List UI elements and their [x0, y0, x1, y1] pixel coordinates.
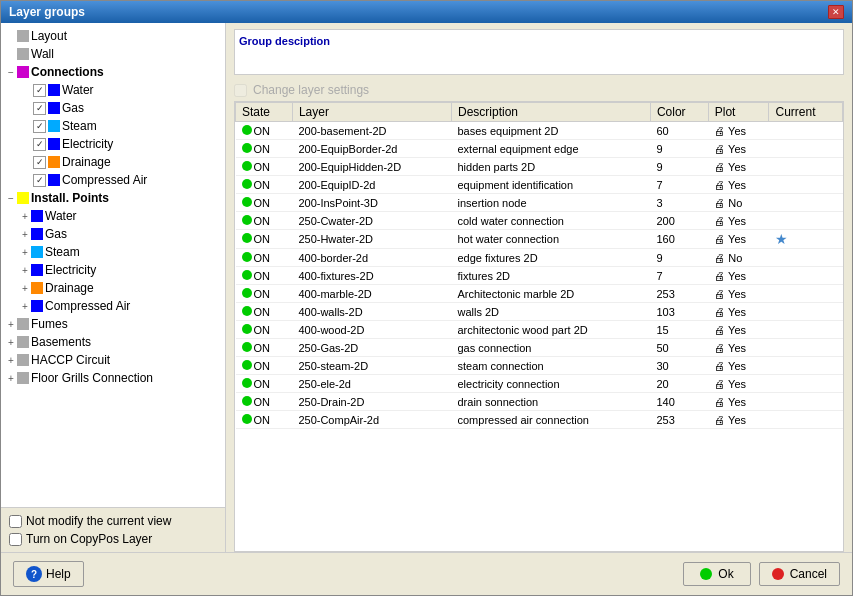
table-row[interactable]: ON400-border-2dedge fixtures 2D9🖨 No	[236, 249, 843, 267]
expand-icon-plus[interactable]: +	[5, 354, 17, 366]
cell-color: 9	[650, 158, 708, 176]
cancel-button[interactable]: Cancel	[759, 562, 840, 586]
table-row[interactable]: ON250-Drain-2Ddrain sonnection140🖨 Yes	[236, 393, 843, 411]
tree-item-compressed-air[interactable]: Compressed Air	[1, 171, 225, 189]
expand-icon-plus[interactable]: +	[19, 228, 31, 240]
cell-layer: 200-EquipHidden-2D	[292, 158, 451, 176]
expand-icon-plus[interactable]: +	[19, 246, 31, 258]
table-row[interactable]: ON400-marble-2DArchitectonic marble 2D25…	[236, 285, 843, 303]
help-button[interactable]: ? Help	[13, 561, 84, 587]
expand-icon-plus[interactable]: +	[19, 282, 31, 294]
layer-checkbox[interactable]	[33, 138, 46, 151]
right-panel: Group desciption Change layer settings S…	[226, 23, 852, 552]
table-row[interactable]: ON200-InsPoint-3Dinsertion node3🖨 No	[236, 194, 843, 212]
expand-icon-plus[interactable]: +	[19, 300, 31, 312]
tree-item-steam[interactable]: Steam	[1, 117, 225, 135]
tree-item-electricity[interactable]: Electricity	[1, 135, 225, 153]
col-color[interactable]: Color	[650, 103, 708, 122]
tree-item-install-points[interactable]: − Install. Points	[1, 189, 225, 207]
tree-item-wall[interactable]: Wall	[1, 45, 225, 63]
ok-button[interactable]: Ok	[683, 562, 750, 586]
table-row[interactable]: ON250-steam-2Dsteam connection30🖨 Yes	[236, 357, 843, 375]
plot-icon: 🖨	[714, 360, 725, 372]
table-row[interactable]: ON200-EquipBorder-2dexternal equipment e…	[236, 140, 843, 158]
tree-item-gas2[interactable]: + Gas	[1, 225, 225, 243]
tree-item-electricity2[interactable]: + Electricity	[1, 261, 225, 279]
plot-icon: 🖨	[714, 324, 725, 336]
cell-state: ON	[236, 411, 293, 429]
state-dot	[242, 288, 252, 298]
tree-item-gas[interactable]: Gas	[1, 99, 225, 117]
state-text: ON	[254, 125, 271, 137]
expand-icon-plus[interactable]: +	[5, 318, 17, 330]
tree-item-haccp[interactable]: + HACCP Circuit	[1, 351, 225, 369]
col-description[interactable]: Description	[451, 103, 650, 122]
cell-current	[769, 194, 843, 212]
tree-item-water[interactable]: Water	[1, 81, 225, 99]
expand-icon-plus[interactable]: +	[19, 264, 31, 276]
layer-color-icon	[31, 300, 43, 312]
cell-layer: 250-ele-2d	[292, 375, 451, 393]
layers-table-container[interactable]: State Layer Description Color Plot Curre…	[234, 101, 844, 552]
layer-checkbox[interactable]	[33, 102, 46, 115]
expand-icon-plus[interactable]: +	[5, 372, 17, 384]
state-text: ON	[254, 306, 271, 318]
table-row[interactable]: ON400-wood-2Darchitectonic wood part 2D1…	[236, 321, 843, 339]
expand-icon-plus[interactable]: +	[19, 210, 31, 222]
cell-current	[769, 122, 843, 140]
table-row[interactable]: ON250-Hwater-2Dhot water connection160🖨 …	[236, 230, 843, 249]
cell-current	[769, 285, 843, 303]
table-row[interactable]: ON200-basement-2Dbases equipment 2D60🖨 Y…	[236, 122, 843, 140]
cell-plot: 🖨 Yes	[708, 303, 769, 321]
table-row[interactable]: ON400-fixtures-2Dfixtures 2D7🖨 Yes	[236, 267, 843, 285]
col-plot[interactable]: Plot	[708, 103, 769, 122]
layer-checkbox[interactable]	[33, 156, 46, 169]
tree-area[interactable]: Layout Wall − Connections	[1, 23, 225, 508]
cell-description: insertion node	[451, 194, 650, 212]
cell-description: gas connection	[451, 339, 650, 357]
cell-plot: 🖨 Yes	[708, 393, 769, 411]
tree-item-fumes[interactable]: + Fumes	[1, 315, 225, 333]
tree-item-drainage[interactable]: Drainage	[1, 153, 225, 171]
layer-checkbox[interactable]	[33, 120, 46, 133]
table-row[interactable]: ON200-EquipID-2dequipment identification…	[236, 176, 843, 194]
table-row[interactable]: ON400-walls-2Dwalls 2D103🖨 Yes	[236, 303, 843, 321]
expand-icon-plus[interactable]: +	[5, 336, 17, 348]
table-row[interactable]: ON250-Gas-2Dgas connection50🖨 Yes	[236, 339, 843, 357]
cell-plot: 🖨 Yes	[708, 176, 769, 194]
table-row[interactable]: ON200-EquipHidden-2Dhidden parts 2D9🖨 Ye…	[236, 158, 843, 176]
collapse-icon[interactable]: −	[5, 192, 17, 204]
close-button[interactable]: ✕	[828, 5, 844, 19]
layer-checkbox[interactable]	[33, 174, 46, 187]
not-modify-check-row[interactable]: Not modify the current view	[9, 514, 217, 528]
cell-color: 9	[650, 249, 708, 267]
tree-item-layout[interactable]: Layout	[1, 27, 225, 45]
cell-color: 3	[650, 194, 708, 212]
table-row[interactable]: ON250-ele-2delectricity connection20🖨 Ye…	[236, 375, 843, 393]
tree-label: HACCP Circuit	[31, 353, 110, 367]
tree-item-water2[interactable]: + Water	[1, 207, 225, 225]
turn-on-checkbox[interactable]	[9, 533, 22, 546]
tree-item-compressed-air2[interactable]: + Compressed Air	[1, 297, 225, 315]
tree-item-drainage2[interactable]: + Drainage	[1, 279, 225, 297]
col-layer[interactable]: Layer	[292, 103, 451, 122]
tree-item-basements[interactable]: + Basements	[1, 333, 225, 351]
plot-icon: 🖨	[714, 342, 725, 354]
cancel-label: Cancel	[790, 567, 827, 581]
cell-plot: 🖨 Yes	[708, 140, 769, 158]
not-modify-checkbox[interactable]	[9, 515, 22, 528]
table-row[interactable]: ON250-CompAir-2dcompressed air connectio…	[236, 411, 843, 429]
cell-description: bases equipment 2D	[451, 122, 650, 140]
tree-item-floor-grills[interactable]: + Floor Grills Connection	[1, 369, 225, 387]
tree-item-connections[interactable]: − Connections	[1, 63, 225, 81]
cell-state: ON	[236, 303, 293, 321]
title-bar-controls: ✕	[828, 5, 844, 19]
col-current[interactable]: Current	[769, 103, 843, 122]
turn-on-check-row[interactable]: Turn on CopyPos Layer	[9, 532, 217, 546]
plot-icon: 🖨	[714, 396, 725, 408]
col-state[interactable]: State	[236, 103, 293, 122]
collapse-icon[interactable]: −	[5, 66, 17, 78]
table-row[interactable]: ON250-Cwater-2Dcold water connection200🖨…	[236, 212, 843, 230]
layer-checkbox[interactable]	[33, 84, 46, 97]
tree-item-steam2[interactable]: + Steam	[1, 243, 225, 261]
